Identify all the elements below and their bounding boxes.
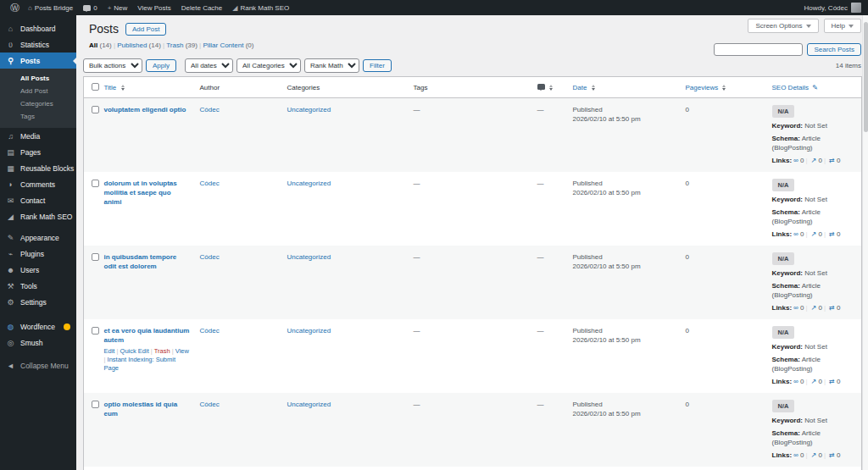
sidebar-item-users[interactable]: ☻Users (0, 262, 76, 278)
link-count: 0 (800, 451, 804, 459)
sidebar-item-dashboard[interactable]: ⌂Dashboard (0, 20, 76, 36)
screen-options-button[interactable]: Screen Options (748, 19, 818, 33)
submenu-item-tags[interactable]: Tags (0, 110, 76, 123)
submenu-item-add-post[interactable]: Add Post (0, 85, 76, 97)
post-title-link[interactable]: et ea vero quia laudantium autem (104, 326, 190, 345)
sort-asc-icon (592, 85, 595, 87)
table-row: in quibusdam tempore odit est dolorem Có… (84, 246, 862, 319)
view-posts-menu[interactable]: View Posts (132, 4, 175, 12)
category-link[interactable]: Uncategorized (287, 253, 331, 261)
post-title-link[interactable]: in quibusdam tempore odit est dolorem (104, 252, 190, 271)
link-count: 0 (800, 304, 804, 312)
new-menu[interactable]: + New (103, 4, 133, 12)
author-link[interactable]: Códec (200, 180, 220, 187)
column-comments[interactable] (532, 77, 568, 98)
bulk-actions-select[interactable]: Bulk actions (83, 58, 142, 73)
author-link[interactable]: Códec (200, 106, 220, 113)
instant-indexing-link[interactable]: Instant Indexing: Submit Page (104, 356, 176, 372)
view-trash[interactable]: Trash (39) (166, 41, 203, 49)
view-link[interactable]: View (170, 347, 189, 355)
screen-options-label: Screen Options (755, 22, 802, 30)
separator: | (824, 304, 826, 312)
view-published[interactable]: Published (14) (117, 41, 166, 49)
search-input[interactable] (714, 43, 803, 56)
author-link[interactable]: Códec (200, 401, 220, 408)
table-row: et ea vero quia laudantium autem EditQui… (84, 319, 862, 393)
post-title-link[interactable]: optio molestias id quia eum (104, 400, 190, 418)
search-posts-button[interactable]: Search Posts (807, 43, 861, 56)
post-title-link[interactable]: voluptatem eligendi optio (104, 105, 190, 114)
sidebar-item-label: Rank Math SEO (20, 213, 72, 221)
sidebar-item-statistics[interactable]: ϋStatistics (0, 36, 76, 53)
sidebar-item-pages[interactable]: ▤Pages (0, 144, 76, 160)
submenu-item-categories[interactable]: Categories (0, 97, 76, 110)
sidebar-item-label: Dashboard (20, 25, 56, 33)
dates-filter-select[interactable]: All dates (185, 58, 233, 73)
apply-button[interactable]: Apply (146, 59, 176, 72)
link-icon: ∞ (793, 230, 798, 238)
sidebar-item-posts[interactable]: ⚲Posts (0, 53, 76, 69)
sidebar-item-appearance[interactable]: ✎Appearance (0, 229, 76, 246)
column-pageviews[interactable]: Pageviews (681, 77, 767, 98)
wordpress-logo-icon[interactable]: Ⓦ (7, 2, 23, 14)
sort-desc-icon (121, 88, 125, 91)
avatar[interactable] (851, 3, 861, 13)
category-link[interactable]: Uncategorized (287, 327, 331, 335)
select-row-checkbox[interactable] (92, 180, 99, 187)
sidebar-item-rank-math-seo[interactable]: ◢Rank Math SEO (0, 208, 76, 224)
post-status: Published (573, 105, 676, 114)
select-row-checkbox[interactable] (92, 253, 99, 261)
author-link[interactable]: Códec (200, 327, 220, 335)
sidebar-item-label: Statistics (20, 41, 49, 49)
separator: | (805, 304, 807, 312)
comments-menu[interactable]: 0 (78, 4, 102, 12)
link-icon: ∞ (793, 304, 798, 312)
add-post-button[interactable]: Add Post (125, 23, 166, 36)
column-date[interactable]: Date (568, 77, 681, 98)
author-link[interactable]: Códec (200, 253, 220, 261)
sidebar-item-media[interactable]: ♫Media (0, 128, 76, 144)
category-link[interactable]: Uncategorized (287, 106, 331, 113)
sidebar-item-wordfence[interactable]: ◍Wordfence (0, 318, 76, 335)
categories-filter-select[interactable]: All Categories (236, 58, 301, 73)
media-icon: ♫ (6, 132, 15, 141)
site-name-menu[interactable]: ⌂ Posts Bridge (23, 4, 78, 12)
column-title[interactable]: Title (99, 77, 195, 98)
sidebar-item-label: Smush (20, 339, 42, 347)
sidebar-item-plugins[interactable]: ⌁Plugins (0, 246, 76, 262)
select-all-checkbox[interactable] (92, 83, 99, 91)
sidebar-item-reusable-blocks[interactable]: ▦Reusable Blocks (0, 160, 76, 176)
trash-link[interactable]: Trash (149, 347, 170, 355)
post-title-link[interactable]: dolorum ut in voluptas mollitia et saepe… (104, 179, 190, 207)
howdy-label[interactable]: Howdy, Códec (804, 4, 848, 12)
delete-cache-menu[interactable]: Delete Cache (176, 4, 227, 12)
help-button[interactable]: Help (824, 19, 861, 33)
select-row-checkbox[interactable] (92, 401, 99, 408)
rank-math-menu[interactable]: ◢ Rank Math SEO (227, 4, 294, 12)
column-seo-details[interactable]: SEO Details ✎ (767, 77, 862, 98)
scrollbar[interactable] (862, 15, 868, 470)
settings-icon: ⚙ (6, 298, 15, 307)
sidebar-item-collapse-menu[interactable]: ◄Collapse Menu (0, 357, 76, 373)
edit-link[interactable]: Edit (104, 347, 115, 355)
view-all[interactable]: All (14) (89, 41, 117, 49)
quick-edit-link[interactable]: Quick Edit (114, 347, 148, 355)
sidebar-item-settings[interactable]: ⚙Settings (0, 294, 76, 310)
sidebar-item-tools[interactable]: ⚒Tools (0, 278, 76, 294)
category-link[interactable]: Uncategorized (287, 401, 331, 408)
external-link-icon: ↗ (811, 378, 817, 385)
links-label: Links: (772, 157, 793, 164)
sidebar-item-contact[interactable]: ✉Contact (0, 192, 76, 208)
submenu-item-all-posts[interactable]: All Posts (0, 72, 76, 85)
scrollbar-thumb[interactable] (864, 22, 868, 132)
sidebar-item-comments[interactable]: ◗Comments (0, 176, 76, 192)
redirect-count: 0 (837, 451, 840, 459)
sidebar-item-smush[interactable]: ◎Smush (0, 335, 76, 351)
view-pillar-content[interactable]: Pillar Content (0) (203, 41, 253, 49)
rank-math-filter-select[interactable]: Rank Math (304, 58, 359, 73)
comments-bubble-icon (83, 5, 91, 11)
category-link[interactable]: Uncategorized (287, 180, 331, 187)
select-row-checkbox[interactable] (92, 327, 99, 335)
select-row-checkbox[interactable] (92, 106, 99, 113)
filter-button[interactable]: Filter (363, 59, 392, 72)
